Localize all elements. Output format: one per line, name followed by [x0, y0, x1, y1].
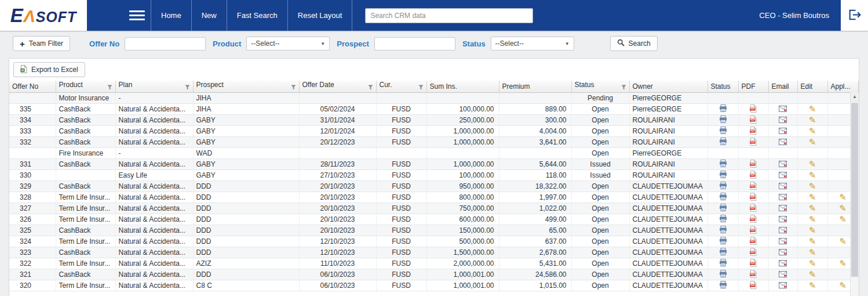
application-icon[interactable]: ✎ [839, 193, 847, 201]
pdf-icon[interactable]: PDF [750, 127, 757, 136]
email-icon[interactable] [779, 194, 787, 201]
print-status-icon[interactable] [719, 160, 727, 168]
email-icon[interactable] [779, 282, 787, 290]
column-header-4[interactable]: Offer Date [299, 81, 376, 92]
edit-icon[interactable]: ✎ [809, 248, 816, 257]
column-header-0[interactable]: Offer No [9, 81, 56, 92]
pdf-icon[interactable]: PDF [750, 215, 757, 224]
edit-icon[interactable]: ✎ [809, 138, 816, 146]
application-icon[interactable]: ✎ [839, 237, 847, 246]
table-row[interactable]: 330Easy LifeGABY27/10/2023FUSD100,000.00… [9, 169, 858, 181]
print-status-icon[interactable] [719, 270, 727, 279]
email-icon[interactable] [779, 106, 787, 113]
email-icon[interactable] [779, 117, 787, 124]
hamburger-menu-icon[interactable] [123, 0, 151, 31]
export-to-excel-button[interactable]: Export to Excel [13, 62, 85, 77]
print-status-icon[interactable] [719, 204, 727, 212]
nav-item-fast-search[interactable]: Fast Search [227, 0, 288, 31]
pdf-icon[interactable]: PDF [750, 171, 757, 180]
edit-icon[interactable]: ✎ [809, 237, 816, 246]
column-header-6[interactable]: Sum Ins. [426, 81, 499, 92]
pdf-icon[interactable]: PDF [750, 226, 757, 235]
product-select[interactable]: --Select-- ▼ [246, 37, 330, 50]
print-status-icon[interactable] [719, 226, 727, 234]
table-row[interactable]: 320Term Life Insur...Natural & Accidenta… [9, 280, 858, 291]
table-row[interactable]: 328Term Life Insur...Natural & Accidenta… [9, 192, 858, 203]
pdf-icon[interactable]: PDF [750, 115, 757, 125]
logout-button[interactable] [841, 0, 868, 31]
email-icon[interactable] [779, 183, 787, 190]
filter-icon[interactable] [107, 84, 112, 92]
filter-icon[interactable] [185, 84, 190, 92]
edit-icon[interactable]: ✎ [809, 182, 816, 190]
email-icon[interactable] [779, 172, 787, 179]
table-row[interactable]: 329CashBackNatural & Accidenta...DDD20/1… [9, 181, 858, 192]
edit-icon[interactable]: ✎ [809, 226, 816, 234]
pdf-icon[interactable]: PDF [750, 138, 757, 147]
column-header-2[interactable]: Plan [115, 81, 193, 92]
print-status-icon[interactable] [719, 182, 727, 190]
edit-icon[interactable]: ✎ [809, 281, 816, 290]
email-icon[interactable] [779, 249, 787, 257]
table-row[interactable]: Motor Insurance-JIHAPendingPierreGEORGE [9, 92, 858, 103]
edit-icon[interactable]: ✎ [809, 160, 816, 168]
column-header-3[interactable]: Prospect [193, 81, 299, 92]
pdf-icon[interactable]: PDF [750, 237, 757, 246]
prospect-input[interactable] [374, 37, 455, 50]
column-header-8[interactable]: Status [571, 81, 629, 92]
email-icon[interactable] [779, 227, 787, 234]
filter-icon[interactable] [418, 84, 424, 92]
edit-icon[interactable]: ✎ [809, 104, 816, 113]
crm-search-input[interactable] [365, 8, 533, 23]
vertical-scrollbar[interactable]: ▲ [850, 92, 859, 296]
table-row[interactable]: 335CashBackNatural & Accidenta...JIHA05/… [9, 103, 858, 114]
table-row[interactable]: 321CashBackNatural & Accidenta...DDD06/1… [9, 269, 858, 280]
email-icon[interactable] [779, 139, 787, 146]
column-header-7[interactable]: Premium [499, 81, 571, 92]
pdf-icon[interactable]: PDF [750, 160, 757, 169]
column-header-14[interactable]: Appl... [827, 81, 858, 92]
print-status-icon[interactable] [719, 237, 727, 246]
filter-icon[interactable] [291, 84, 296, 92]
email-icon[interactable] [779, 128, 787, 135]
print-status-icon[interactable] [719, 127, 727, 135]
nav-item-reset-layout[interactable]: Reset Layout [288, 0, 353, 31]
team-filter-button[interactable]: + Team Filter [13, 36, 70, 51]
table-row[interactable]: 332CashBackNatural & Accidenta...GABY20/… [9, 136, 858, 147]
column-header-5[interactable]: Cur. [376, 81, 426, 92]
pdf-icon[interactable]: PDF [750, 204, 757, 213]
column-header-1[interactable]: Product [56, 81, 115, 92]
column-header-13[interactable]: Edit [797, 81, 827, 92]
pdf-icon[interactable]: PDF [750, 270, 757, 279]
email-icon[interactable] [779, 238, 787, 246]
table-row[interactable]: 333CashBackNatural & Accidenta...GABY12/… [9, 125, 858, 136]
pdf-icon[interactable]: PDF [750, 248, 757, 257]
table-row[interactable]: Fire Insurance-WADOpenPierreGEORGE [9, 147, 858, 158]
email-icon[interactable] [779, 260, 787, 268]
pdf-icon[interactable]: PDF [750, 259, 757, 268]
print-status-icon[interactable] [719, 104, 727, 113]
email-icon[interactable] [779, 216, 787, 223]
search-button[interactable]: Search [610, 36, 658, 51]
edit-icon[interactable]: ✎ [809, 259, 816, 268]
application-icon[interactable]: ✎ [839, 281, 847, 290]
nav-item-new[interactable]: New [192, 0, 227, 31]
edit-icon[interactable]: ✎ [809, 115, 816, 124]
scroll-up-arrow-icon[interactable]: ▲ [851, 92, 859, 102]
print-status-icon[interactable] [719, 115, 727, 124]
nav-item-home[interactable]: Home [151, 0, 192, 31]
pdf-icon[interactable]: PDF [750, 182, 757, 191]
pdf-icon[interactable]: PDF [750, 281, 757, 290]
print-status-icon[interactable] [719, 248, 727, 257]
filter-icon[interactable] [368, 84, 373, 92]
edit-icon[interactable]: ✎ [809, 270, 816, 279]
column-header-12[interactable]: Email [768, 81, 797, 92]
edit-icon[interactable]: ✎ [809, 171, 816, 179]
table-row[interactable]: 327Term Life Insur...Natural & Accidenta… [9, 203, 858, 214]
status-select[interactable]: --Select-- ▼ [491, 37, 574, 50]
print-status-icon[interactable] [719, 259, 727, 268]
print-status-icon[interactable] [719, 171, 727, 179]
print-status-icon[interactable] [719, 193, 727, 201]
column-header-10[interactable]: Status [707, 81, 738, 92]
table-row[interactable]: 325CashBackNatural & Accidenta...DDD20/1… [9, 225, 858, 236]
